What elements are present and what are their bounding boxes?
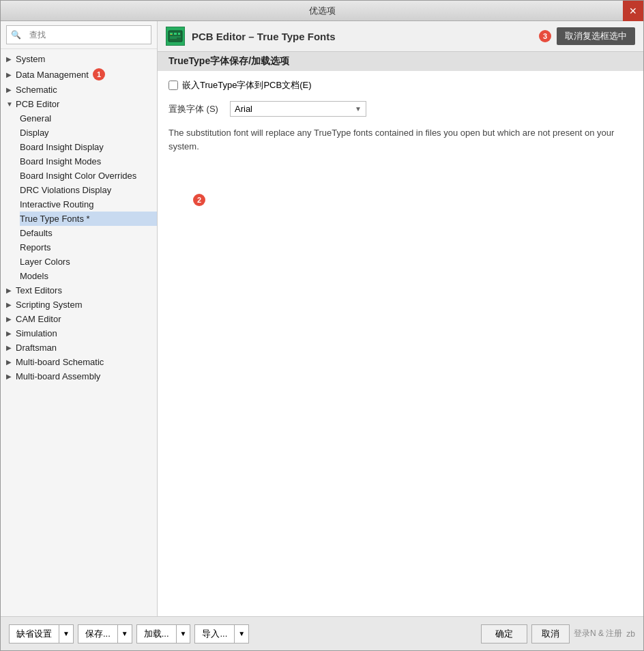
window-title: 优选项: [309, 5, 336, 17]
sidebar-item-multi-board-assembly[interactable]: ▶ Multi-board Assembly: [1, 369, 157, 384]
embed-fonts-checkbox[interactable]: [169, 81, 178, 90]
sidebar-item-label: Text Editors: [16, 285, 62, 295]
section-title: TrueType字体保存/加载选项: [158, 52, 643, 71]
load-label: 加载...: [137, 625, 177, 643]
expand-arrow: ▶: [6, 373, 16, 380]
pcb-icon-svg: [167, 28, 184, 44]
sidebar-item-label: Scripting System: [16, 300, 83, 310]
search-bar: 🔍: [1, 21, 157, 49]
username: zb: [626, 629, 635, 639]
sidebar-item-draftsman[interactable]: ▶ Draftsman: [1, 341, 157, 355]
pcb-editor-icon: [166, 27, 185, 46]
embed-fonts-row: 嵌入TrueType字体到PCB文档(E): [169, 79, 632, 91]
save-arrow-icon: ▼: [118, 625, 132, 643]
sidebar-child-label: True Type Fonts *: [20, 214, 90, 224]
sidebar-item-reports[interactable]: Reports: [20, 240, 157, 255]
dropdown-arrow-icon: ▼: [355, 105, 362, 113]
sidebar-item-drc-violations-display[interactable]: DRC Violations Display: [20, 183, 157, 197]
cancel-button[interactable]: 取消: [531, 624, 570, 643]
expand-arrow: ▶: [6, 358, 16, 366]
sidebar-item-label: Simulation: [16, 328, 57, 338]
annotation-2-area: 2: [189, 194, 632, 206]
annotation-3-wrap: 3 取消复选框选中: [535, 27, 635, 45]
expand-arrow: ▶: [6, 55, 16, 63]
expand-arrow: ▶: [6, 315, 16, 323]
expand-arrow: ▶: [6, 86, 16, 93]
sidebar-tree: ▶ System ▶ Data Management 1 ▶ Schematic…: [1, 49, 157, 386]
sidebar-child-label: Models: [20, 271, 48, 281]
save-button[interactable]: 保存... ▼: [78, 624, 132, 643]
sidebar-item-label: Data Management: [16, 70, 89, 80]
main-content: 🔍 ▶ System ▶ Data Management 1: [1, 21, 643, 616]
sidebar-item-board-insight-display[interactable]: Board Insight Display: [20, 140, 157, 154]
sidebar-item-board-insight-modes[interactable]: Board Insight Modes: [20, 154, 157, 169]
font-substitution-row: 置换字体 (S) Arial ▼: [169, 101, 632, 117]
expand-arrow: ▶: [6, 330, 16, 337]
badge-1: 1: [93, 68, 105, 81]
search-icon: 🔍: [11, 30, 21, 40]
sidebar-item-system[interactable]: ▶ System: [1, 52, 157, 66]
search-input[interactable]: [24, 27, 147, 42]
load-arrow-icon: ▼: [177, 625, 190, 643]
font-dropdown[interactable]: Arial ▼: [230, 101, 366, 117]
sidebar-item-layer-colors[interactable]: Layer Colors: [20, 255, 157, 269]
search-container: 🔍: [6, 25, 151, 44]
svg-rect-2: [174, 33, 177, 35]
import-button[interactable]: 导入... ▼: [194, 624, 249, 643]
pcb-editor-children: General Display Board Insight Display Bo…: [1, 111, 157, 283]
right-panel: PCB Editor – True Type Fonts 3 取消复选框选中 T…: [158, 21, 643, 616]
user-text: 登录N & 注册: [574, 628, 622, 639]
font-label: 置换字体 (S): [169, 103, 223, 115]
annotation-badge-3: 3: [539, 30, 551, 42]
sidebar-item-display[interactable]: Display: [20, 126, 157, 140]
ok-button[interactable]: 确定: [481, 624, 527, 643]
expand-arrow: ▶: [6, 71, 16, 78]
sidebar-item-general[interactable]: General: [20, 111, 157, 126]
sidebar-item-schematic[interactable]: ▶ Schematic: [1, 83, 157, 97]
sidebar-child-label: Interactive Routing: [20, 199, 93, 209]
panel-title: PCB Editor – True Type Fonts: [192, 31, 336, 42]
sidebar-item-label: CAM Editor: [16, 314, 61, 324]
main-window: 优选项 ✕ 🔍 ▶ System: [0, 0, 644, 651]
sidebar-child-label: Reports: [20, 242, 51, 252]
sidebar-child-label: Board Insight Modes: [20, 156, 101, 167]
sidebar-child-label: General: [20, 113, 51, 124]
cancel-checkbox-button[interactable]: 取消复选框选中: [557, 27, 635, 45]
sidebar-child-label: Defaults: [20, 228, 53, 238]
footer: 缺省设置 ▼ 保存... ▼ 加载... ▼ 导入... ▼ 确定 取消 登录N…: [1, 616, 643, 650]
sidebar-item-cam-editor[interactable]: ▶ CAM Editor: [1, 312, 157, 326]
sidebar-item-label: Schematic: [16, 85, 57, 95]
default-settings-arrow-icon: ▼: [59, 625, 73, 643]
sidebar-item-pcb-editor[interactable]: ▼ PCB Editor: [1, 97, 157, 111]
sidebar-item-label: Multi-board Assembly: [16, 371, 100, 381]
sidebar-item-defaults[interactable]: Defaults: [20, 226, 157, 240]
save-label: 保存...: [78, 625, 118, 643]
default-settings-label: 缺省设置: [10, 625, 59, 643]
load-button[interactable]: 加载... ▼: [136, 624, 191, 643]
sidebar-item-text-editors[interactable]: ▶ Text Editors: [1, 283, 157, 298]
sidebar-item-models[interactable]: Models: [20, 269, 157, 283]
sidebar-child-label: Board Insight Display: [20, 142, 104, 152]
svg-rect-0: [169, 31, 182, 42]
panel-header: PCB Editor – True Type Fonts 3 取消复选框选中: [158, 21, 643, 52]
expand-arrow: ▶: [6, 344, 16, 351]
sidebar-item-label: PCB Editor: [16, 99, 59, 109]
sidebar-item-data-management[interactable]: ▶ Data Management 1: [1, 66, 157, 83]
sidebar-item-simulation[interactable]: ▶ Simulation: [1, 326, 157, 341]
panel-body: TrueType字体保存/加载选项 嵌入TrueType字体到PCB文档(E) …: [158, 52, 643, 616]
sidebar-item-board-insight-color-overrides[interactable]: Board Insight Color Overrides: [20, 169, 157, 183]
sidebar-item-multi-board-schematic[interactable]: ▶ Multi-board Schematic: [1, 355, 157, 369]
embed-fonts-label: 嵌入TrueType字体到PCB文档(E): [182, 79, 312, 91]
sidebar-item-true-type-fonts[interactable]: True Type Fonts *: [20, 212, 157, 226]
description-text: The substitution font will replace any T…: [169, 126, 632, 153]
sidebar-item-scripting-system[interactable]: ▶ Scripting System: [1, 298, 157, 312]
sidebar: 🔍 ▶ System ▶ Data Management 1: [1, 21, 158, 616]
close-button[interactable]: ✕: [623, 1, 643, 21]
sidebar-item-interactive-routing[interactable]: Interactive Routing: [20, 197, 157, 212]
sidebar-child-label: Board Insight Color Overrides: [20, 171, 136, 181]
sidebar-item-label: Multi-board Schematic: [16, 357, 104, 367]
titlebar: 优选项 ✕: [1, 1, 643, 21]
default-settings-button[interactable]: 缺省设置 ▼: [9, 624, 74, 643]
expand-arrow: ▶: [6, 301, 16, 308]
expand-arrow: ▶: [6, 287, 16, 294]
